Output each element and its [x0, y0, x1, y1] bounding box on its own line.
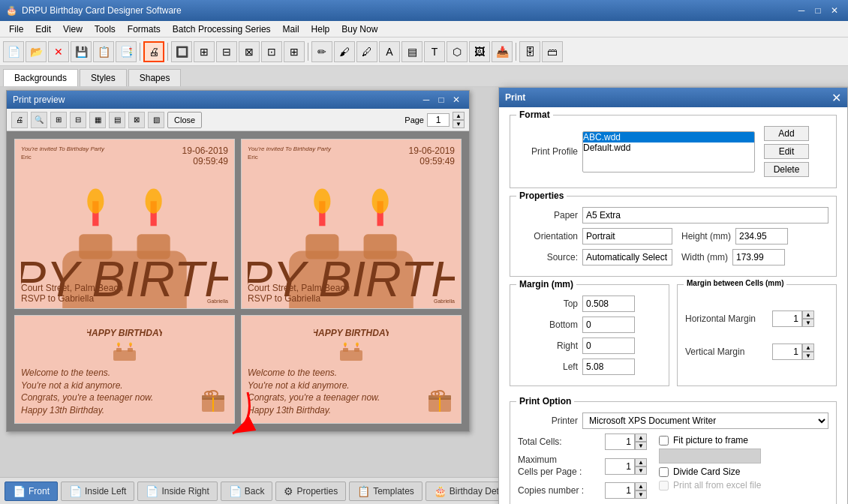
copies-input[interactable]: [605, 482, 635, 499]
page-input[interactable]: [427, 113, 450, 127]
h-margin-input[interactable]: [772, 310, 802, 327]
menu-file[interactable]: File: [3, 22, 29, 36]
menu-buynow[interactable]: Buy Now: [335, 22, 383, 36]
page-up[interactable]: ▲: [453, 112, 465, 120]
new-button[interactable]: 📄: [3, 41, 24, 62]
tab-templates[interactable]: 📋 Templates: [349, 482, 422, 501]
tool4[interactable]: ⊠: [239, 41, 260, 62]
tab-backgrounds[interactable]: Backgrounds: [3, 69, 78, 86]
source-input[interactable]: [582, 249, 672, 266]
back-label: Back: [245, 486, 265, 496]
menu-tools[interactable]: Tools: [89, 22, 122, 36]
minimize-button[interactable]: ─: [794, 3, 809, 18]
maximize-button[interactable]: □: [810, 3, 825, 18]
copies-down[interactable]: ▼: [635, 490, 647, 499]
max-cells-down[interactable]: ▼: [635, 466, 647, 475]
import-button[interactable]: 📥: [492, 41, 513, 62]
print-excel-checkbox[interactable]: [659, 481, 669, 490]
barcode-button[interactable]: ▤: [401, 41, 422, 62]
h-margin-up[interactable]: ▲: [802, 310, 814, 319]
toolbar: 📄 📂 ✕ 💾 📋 📑 🖨 🔲 ⊞ ⊟ ⊠ ⊡ ⊞ ✏ 🖌 🖊 A ▤ T ⬡ …: [0, 38, 848, 66]
orientation-input[interactable]: [582, 228, 672, 244]
tab-front[interactable]: 📄 Front: [5, 482, 58, 501]
menu-view[interactable]: View: [57, 22, 89, 36]
v-margin-up[interactable]: ▲: [802, 344, 814, 352]
tab-inside-right[interactable]: 📄 Inside Right: [137, 482, 217, 501]
preview-zoom-out[interactable]: 🔍: [31, 112, 47, 128]
total-cells-down[interactable]: ▼: [635, 442, 647, 450]
db-button1[interactable]: 🗄: [519, 41, 540, 62]
close-button[interactable]: ✕: [827, 3, 842, 18]
v-margin-input[interactable]: [772, 344, 802, 360]
printer-select[interactable]: Microsoft XPS Document Writer: [582, 412, 828, 429]
total-cells-up[interactable]: ▲: [635, 434, 647, 442]
menu-edit[interactable]: Edit: [29, 22, 57, 36]
preview-view2[interactable]: ⊟: [70, 112, 86, 128]
preview-minimize[interactable]: ─: [419, 93, 433, 106]
card-2: You're invited To Birthday Party Eric 19…: [241, 139, 462, 309]
max-cells-input[interactable]: [605, 458, 635, 475]
text-button[interactable]: A: [379, 41, 400, 62]
tab-shapes[interactable]: Shapes: [128, 69, 182, 86]
print-button[interactable]: 🖨: [143, 41, 164, 62]
v-margin-spinners: ▲ ▼: [802, 344, 814, 360]
menu-mail[interactable]: Mail: [277, 22, 305, 36]
tab-inside-left[interactable]: 📄 Inside Left: [61, 482, 134, 501]
preview-view6[interactable]: ▧: [148, 112, 164, 128]
tool1[interactable]: 🔲: [171, 41, 192, 62]
font-button[interactable]: T: [424, 41, 445, 62]
dialog-close-btn[interactable]: ✕: [831, 91, 841, 105]
delete-profile-btn[interactable]: Delete: [764, 162, 809, 177]
width-input[interactable]: [732, 249, 785, 266]
save-as-button[interactable]: 📋: [93, 41, 114, 62]
v-margin-down[interactable]: ▼: [802, 352, 814, 360]
menu-help[interactable]: Help: [305, 22, 336, 36]
menu-batch[interactable]: Batch Processing Series: [167, 22, 277, 36]
add-profile-btn[interactable]: Add: [764, 126, 809, 141]
left-input[interactable]: [582, 358, 635, 375]
db-button2[interactable]: 🗃: [542, 41, 563, 62]
preview-close[interactable]: ✕: [450, 93, 463, 106]
h-margin-down[interactable]: ▼: [802, 319, 814, 327]
bottom-input[interactable]: [582, 316, 635, 333]
tool2[interactable]: ⊞: [194, 41, 215, 62]
tool3[interactable]: ⊟: [216, 41, 237, 62]
profile-list[interactable]: ABC.wdd Default.wdd: [582, 131, 755, 172]
tab-styles[interactable]: Styles: [80, 69, 127, 86]
preview-view4[interactable]: ▤: [109, 112, 125, 128]
tab-properties[interactable]: ⚙ Properties: [275, 482, 346, 501]
page-down[interactable]: ▼: [453, 120, 465, 128]
copies-up[interactable]: ▲: [635, 482, 647, 490]
close-file-button[interactable]: ✕: [48, 41, 69, 62]
top-input[interactable]: [582, 296, 635, 312]
preview-view1[interactable]: ⊞: [50, 112, 67, 128]
shape-button[interactable]: ⬡: [447, 41, 468, 62]
card-4-text: Welcome to the teens. You're not a kid a…: [248, 367, 455, 417]
tool6[interactable]: ⊞: [284, 41, 305, 62]
copy-button[interactable]: 📑: [116, 41, 137, 62]
close-preview-btn[interactable]: Close: [167, 112, 202, 128]
preview-view3[interactable]: ▦: [89, 112, 106, 128]
total-cells-input[interactable]: [605, 434, 635, 450]
tab-back[interactable]: 📄 Back: [221, 482, 273, 501]
pencil-button[interactable]: ✏: [311, 41, 332, 62]
tool5[interactable]: ⊡: [261, 41, 282, 62]
card-4-inner: HAPPY BIRTHDAY: [242, 316, 461, 423]
fit-picture-checkbox[interactable]: [659, 436, 669, 446]
edit-profile-btn[interactable]: Edit: [764, 144, 809, 159]
preview-print[interactable]: 🖨: [11, 112, 28, 128]
right-input[interactable]: [582, 338, 635, 354]
templates-label: Templates: [373, 486, 414, 496]
max-cells-up[interactable]: ▲: [635, 458, 647, 466]
brush-button[interactable]: 🖌: [334, 41, 355, 62]
image-button[interactable]: 🖼: [469, 41, 490, 62]
save-button[interactable]: 💾: [71, 41, 92, 62]
preview-maximize[interactable]: □: [435, 93, 448, 106]
height-input[interactable]: [735, 228, 788, 244]
divide-card-checkbox[interactable]: [659, 467, 669, 477]
preview-view5[interactable]: ⊠: [128, 112, 145, 128]
open-button[interactable]: 📂: [26, 41, 47, 62]
paper-input[interactable]: [582, 207, 828, 224]
menu-formats[interactable]: Formats: [122, 22, 167, 36]
paint-button[interactable]: 🖊: [356, 41, 377, 62]
